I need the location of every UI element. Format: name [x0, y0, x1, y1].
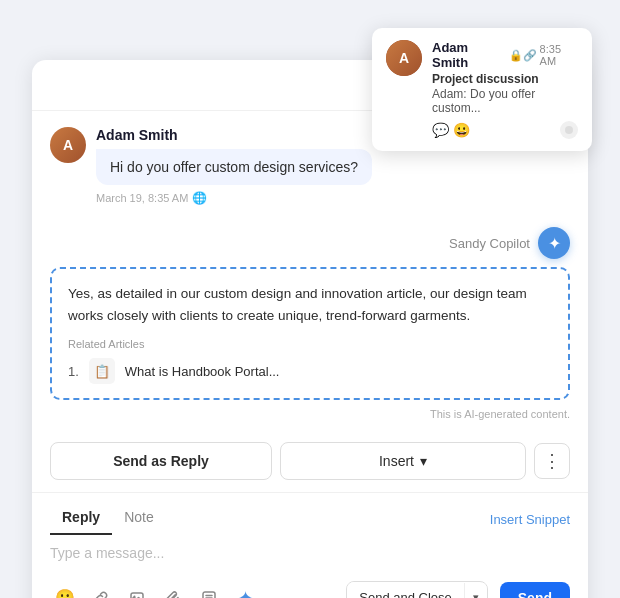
sparkle-toolbar-icon: ✦	[238, 587, 253, 598]
tab-reply[interactable]: Reply	[50, 503, 112, 535]
reply-placeholder: Type a message...	[50, 545, 570, 561]
send-as-reply-button[interactable]: Send as Reply	[50, 442, 272, 480]
emoji-button[interactable]: 🙂	[50, 583, 80, 598]
ai-header: Sandy Copilot ✦	[50, 227, 570, 259]
smile-emoji: 😀	[453, 122, 470, 138]
notification-content: Adam Smith 🔒 🔗 8:35 AM Project discussio…	[432, 40, 578, 139]
more-options-button[interactable]: ⋮	[534, 443, 570, 479]
ai-content-box: Yes, as detailed in our custom design an…	[50, 267, 570, 400]
msg-time: March 19, 8:35 AM 🌐	[96, 191, 570, 205]
article-button[interactable]	[194, 583, 224, 598]
chat-emoji: 💬	[432, 122, 449, 138]
ai-response-section: Sandy Copilot ✦ Yes, as detailed in our …	[32, 227, 588, 442]
verified-icon: 🔒	[509, 49, 523, 62]
notification-popup[interactable]: A Adam Smith 🔒 🔗 8:35 AM Project discuss…	[372, 28, 592, 151]
link-button[interactable]	[86, 583, 116, 598]
notification-preview: Adam: Do you offer custom...	[432, 87, 578, 115]
main-container: A Adam Smith 🔒 🔗 8:35 AM Project discuss…	[0, 0, 620, 598]
reply-section: Reply Note Insert Snippet Type a message…	[32, 492, 588, 598]
notification-time: 🔗 8:35 AM	[523, 43, 578, 67]
article-item: 1. 📋 What is Handbook Portal...	[68, 358, 552, 384]
notification-avatar: A	[386, 40, 422, 76]
insert-button[interactable]: Insert ▾	[280, 442, 526, 480]
action-buttons: Send as Reply Insert ▾ ⋮	[32, 442, 588, 492]
send-and-close-dropdown[interactable]: ▾	[464, 583, 487, 598]
msg-bubble: Hi do you offer custom design services?	[96, 149, 372, 185]
notification-emojis: 💬 😀	[432, 122, 470, 138]
reply-tabs: Reply Note Insert Snippet	[50, 493, 570, 535]
ai-text: Yes, as detailed in our custom design an…	[68, 283, 552, 326]
tab-group: Reply Note	[50, 503, 166, 535]
tab-note[interactable]: Note	[112, 503, 166, 535]
send-and-close-button[interactable]: Send and Close	[347, 582, 464, 598]
ai-assist-button[interactable]: ✦	[230, 583, 260, 598]
article-icon: 📋	[89, 358, 115, 384]
globe-icon: 🌐	[192, 191, 207, 205]
emoji-icon: 🙂	[55, 588, 75, 598]
ellipsis-icon: ⋮	[543, 450, 561, 472]
svg-point-0	[565, 126, 573, 134]
link-icon: 🔗	[523, 49, 537, 62]
image-button[interactable]	[122, 583, 152, 598]
reply-toolbar: 🙂 ✦ Send and Close	[50, 571, 570, 598]
ai-disclaimer: This is AI-generated content.	[50, 408, 570, 420]
notification-actions: 💬 😀	[432, 121, 578, 139]
related-articles-label: Related Articles	[68, 338, 552, 350]
avatar-face: A	[386, 40, 422, 76]
notification-header: Adam Smith 🔒 🔗 8:35 AM	[432, 40, 578, 70]
article-number: 1.	[68, 364, 79, 379]
ai-sparkle-button[interactable]: ✦	[538, 227, 570, 259]
notification-close-button[interactable]	[560, 121, 578, 139]
sparkle-icon: ✦	[548, 234, 561, 253]
reply-input-area[interactable]: Type a message...	[50, 535, 570, 571]
msg-avatar: A	[50, 127, 86, 163]
notification-sender: Adam Smith 🔒	[432, 40, 523, 70]
ai-name: Sandy Copilot	[449, 236, 530, 251]
send-button[interactable]: Send	[500, 582, 570, 598]
insert-snippet-button[interactable]: Insert Snippet	[490, 512, 570, 527]
send-and-close-group: Send and Close ▾	[346, 581, 488, 598]
attachment-button[interactable]	[158, 583, 188, 598]
chevron-down-icon: ▾	[420, 453, 427, 469]
notification-title: Project discussion	[432, 72, 578, 86]
article-title: What is Handbook Portal...	[125, 364, 280, 379]
